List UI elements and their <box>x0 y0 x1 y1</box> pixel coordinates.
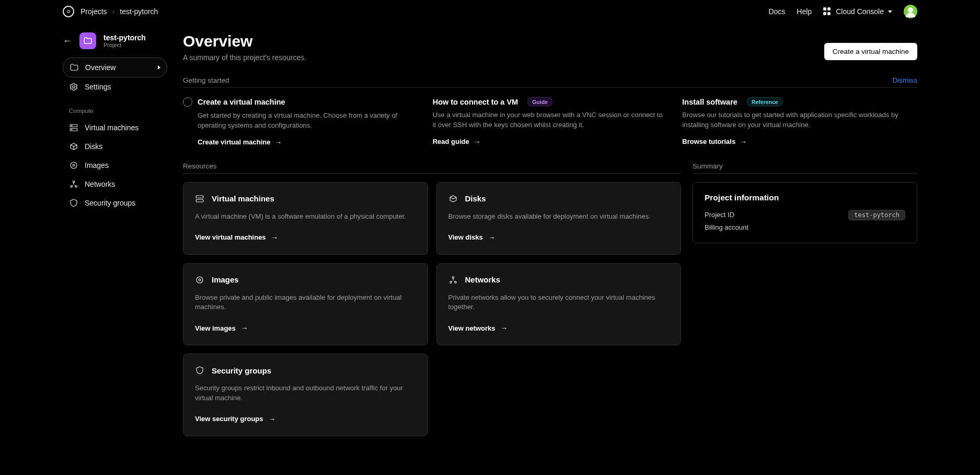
card-images[interactable]: Images Browse private and public images … <box>183 263 428 346</box>
svg-point-12 <box>197 277 203 283</box>
sidebar-section-compute: Compute <box>69 108 167 114</box>
summary-column: Summary Project information Project ID t… <box>693 162 917 436</box>
docs-link[interactable]: Docs <box>768 7 785 16</box>
sidebar-item-label: Images <box>85 161 109 169</box>
view-vms-link[interactable]: View virtual machines → <box>195 233 279 242</box>
view-images-link[interactable]: View images → <box>195 324 248 332</box>
card-desc: Security groups restrict inbound and out… <box>195 383 416 403</box>
shield-icon <box>195 366 204 375</box>
logo-icon[interactable] <box>63 6 74 17</box>
sidebar: ← test-pytorch Project Overview Settings… <box>63 32 167 436</box>
card-link-text: View disks <box>448 233 483 241</box>
svg-point-5 <box>71 162 77 168</box>
project-id-value[interactable]: test-pytorch <box>848 210 905 220</box>
breadcrumb-separator-icon: › <box>112 7 115 16</box>
chevron-right-icon <box>158 65 160 70</box>
summary-label: Summary <box>693 162 917 174</box>
sidebar-item-label: Disks <box>85 142 102 151</box>
view-disks-link[interactable]: View disks → <box>448 233 495 242</box>
svg-rect-10 <box>196 196 203 198</box>
project-id-row: Project ID test-pytorch <box>705 210 905 220</box>
breadcrumb-projects[interactable]: Projects <box>80 7 107 16</box>
gs-link-text: Read guide <box>433 138 469 145</box>
avatar[interactable] <box>904 5 917 18</box>
shield-icon <box>69 198 78 208</box>
create-vm-button[interactable]: Create a virtual machine <box>824 43 917 60</box>
radio-icon[interactable] <box>183 97 192 107</box>
sidebar-item-images[interactable]: Images <box>63 156 167 175</box>
breadcrumb-project-name[interactable]: test-pytorch <box>120 7 158 16</box>
main-layout: ← test-pytorch Project Overview Settings… <box>0 32 980 436</box>
network-icon <box>69 179 78 189</box>
gs-create-vm: Create a virtual machine Get started by … <box>183 97 418 146</box>
project-badge-icon <box>79 32 96 49</box>
gs-browse-tutorials-link[interactable]: Browse tutorials → <box>682 138 747 146</box>
disk-icon <box>448 194 458 203</box>
card-title-text: Networks <box>465 275 501 284</box>
card-desc: Private networks allow you to securely c… <box>448 293 670 313</box>
view-networks-link[interactable]: View networks → <box>448 324 508 332</box>
image-icon <box>69 161 78 170</box>
gs-title-text: Install software <box>682 98 737 106</box>
card-security[interactable]: Security groups Security groups restrict… <box>183 354 428 436</box>
sidebar-item-networks[interactable]: Networks <box>63 175 167 194</box>
card-link-text: View virtual machines <box>195 233 266 241</box>
card-disks[interactable]: Disks Browse storage disks available for… <box>436 182 682 255</box>
cloud-console-label: Cloud Console <box>836 7 884 16</box>
card-title-text: Images <box>212 275 239 284</box>
sidebar-item-overview[interactable]: Overview <box>63 58 167 77</box>
dismiss-link[interactable]: Dismiss <box>893 76 917 84</box>
getting-started-grid: Create a virtual machine Get started by … <box>183 97 917 146</box>
gs-create-vm-link[interactable]: Create virtual machine → <box>198 138 282 146</box>
gs-install-software: Install software Reference Browse our tu… <box>682 97 917 146</box>
back-arrow-icon[interactable]: ← <box>63 36 72 47</box>
cloud-console-menu[interactable]: Cloud Console <box>823 7 892 16</box>
server-icon <box>195 194 204 203</box>
billing-label: Billing account <box>705 223 748 231</box>
card-link-text: View security groups <box>195 415 263 423</box>
breadcrumb: Projects › test-pytorch <box>80 7 158 16</box>
reference-badge: Reference <box>747 97 783 106</box>
summary-card: Project information Project ID test-pyto… <box>693 182 917 243</box>
getting-started-header: Getting started Dismiss <box>183 76 917 88</box>
sidebar-item-label: Networks <box>85 180 115 188</box>
card-networks[interactable]: Networks Private networks allow you to s… <box>436 263 682 346</box>
page-subtitle: A summary of this project's resources. <box>183 53 306 62</box>
sidebar-item-settings[interactable]: Settings <box>63 77 167 96</box>
view-security-link[interactable]: View security groups → <box>195 415 276 423</box>
project-header: ← test-pytorch Project <box>63 32 167 49</box>
arrow-right-icon: → <box>501 324 508 332</box>
arrow-right-icon: → <box>241 324 248 332</box>
topbar-left: Projects › test-pytorch <box>63 6 158 17</box>
project-name: test-pytorch <box>103 33 146 42</box>
sidenav: Overview Settings Compute Virtual machin… <box>63 58 167 212</box>
topbar-right: Docs Help Cloud Console <box>768 5 917 18</box>
card-link-text: View networks <box>448 324 495 332</box>
card-title-text: Disks <box>465 194 486 203</box>
svg-point-6 <box>73 164 75 166</box>
arrow-right-icon: → <box>488 233 495 242</box>
card-vms[interactable]: Virtual machines A virtual machine (VM) … <box>183 182 428 255</box>
page-title: Overview <box>183 32 306 50</box>
getting-started-label: Getting started <box>183 76 229 84</box>
sidebar-item-vms[interactable]: Virtual machines <box>63 118 167 137</box>
gs-desc: Use a virtual machine in your web browse… <box>433 110 668 130</box>
sidebar-item-label: Settings <box>85 83 111 91</box>
arrow-right-icon: → <box>271 233 279 242</box>
sidebar-item-disks[interactable]: Disks <box>63 137 167 156</box>
lower-columns: Resources Virtual machines A virtual mac… <box>183 162 917 436</box>
gs-link-text: Create virtual machine <box>198 138 270 146</box>
gs-desc: Get started by creating a virtual machin… <box>198 111 418 131</box>
gs-read-guide-link[interactable]: Read guide → <box>433 138 481 146</box>
sidebar-item-security[interactable]: Security groups <box>63 194 167 212</box>
help-link[interactable]: Help <box>797 7 812 16</box>
card-desc: Browse private and public images availab… <box>195 293 416 313</box>
card-link-text: View images <box>195 324 236 332</box>
svg-point-16 <box>452 276 454 278</box>
gs-desc: Browse our tutorials to get started with… <box>682 110 917 130</box>
network-icon <box>448 275 458 285</box>
card-desc: Browse storage disks available for deplo… <box>448 212 670 222</box>
chevron-down-icon <box>888 10 892 13</box>
svg-point-13 <box>199 279 201 281</box>
resource-cards: Virtual machines A virtual machine (VM) … <box>183 182 681 436</box>
